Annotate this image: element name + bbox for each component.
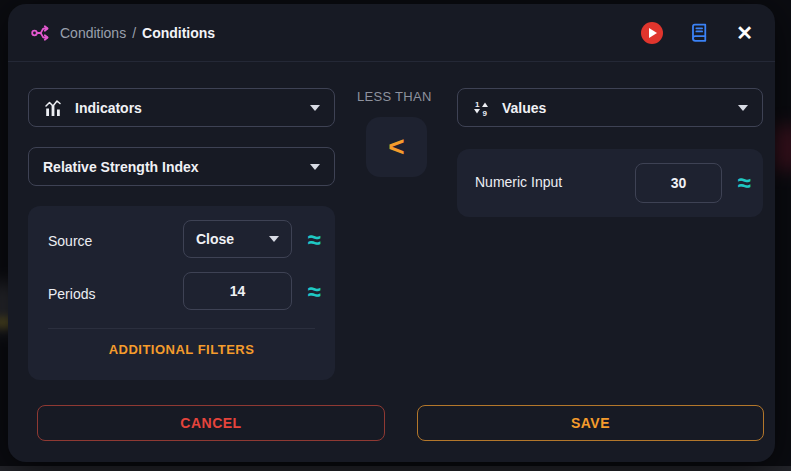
save-button[interactable]: SAVE (417, 405, 764, 441)
additional-filters-button[interactable]: ADDITIONAL FILTERS (28, 342, 335, 357)
cancel-button[interactable]: CANCEL (37, 405, 385, 441)
chevron-down-icon (310, 105, 320, 111)
values-select-value: Values (502, 100, 546, 116)
docs-button[interactable] (689, 22, 710, 43)
chevron-down-icon (269, 236, 279, 242)
source-approx-toggle[interactable]: ≈ (300, 228, 328, 252)
breadcrumb-current: Conditions (142, 25, 215, 41)
header-actions: ✕ (641, 22, 753, 44)
breadcrumb-parent[interactable]: Conditions (60, 25, 126, 41)
indicators-select-value: Indicators (75, 100, 142, 116)
periods-label: Periods (48, 286, 95, 302)
numeric-value-input[interactable] (635, 163, 722, 203)
sort-numeric-icon: 1 9 (472, 99, 490, 117)
indicators-category-select[interactable]: Indicators (28, 88, 335, 127)
play-icon (649, 28, 657, 38)
chevron-down-icon (738, 105, 748, 111)
breadcrumb: Conditions / Conditions (60, 25, 215, 41)
periods-approx-toggle[interactable]: ≈ (300, 280, 328, 304)
values-category-select[interactable]: 1 9 Values (457, 88, 763, 127)
source-select-value: Close (196, 231, 234, 247)
run-button[interactable] (641, 22, 663, 44)
periods-input[interactable] (183, 272, 292, 310)
less-than-icon: < (388, 133, 404, 161)
close-button[interactable]: ✕ (736, 23, 753, 43)
book-icon (689, 22, 710, 43)
operator-label: LESS THAN (357, 89, 452, 104)
breadcrumb-separator: / (132, 25, 136, 41)
operator-button[interactable]: < (366, 117, 427, 177)
chart-bars-icon (43, 98, 63, 118)
source-label: Source (48, 233, 92, 249)
svg-text:1: 1 (475, 100, 480, 109)
conditions-modal: Conditions / Conditions ✕ (8, 4, 775, 462)
panel-divider (48, 328, 315, 329)
indicator-select-value: Relative Strength Index (43, 159, 199, 175)
modal-header: Conditions / Conditions ✕ (8, 4, 775, 62)
svg-text:9: 9 (483, 108, 488, 117)
backdrop-artifact (0, 466, 791, 471)
indicator-params-panel: Source Close ≈ Periods ≈ ADDITIONAL FILT… (28, 206, 335, 380)
backdrop-artifact (773, 126, 791, 170)
chevron-down-icon (310, 164, 320, 170)
close-icon: ✕ (736, 23, 753, 43)
source-select[interactable]: Close (183, 220, 292, 258)
numeric-input-label: Numeric Input (475, 174, 562, 190)
numeric-approx-toggle[interactable]: ≈ (730, 171, 758, 195)
numeric-input-panel: Numeric Input ≈ (457, 149, 763, 217)
flow-branch-icon (30, 22, 52, 44)
indicator-select[interactable]: Relative Strength Index (28, 147, 335, 186)
